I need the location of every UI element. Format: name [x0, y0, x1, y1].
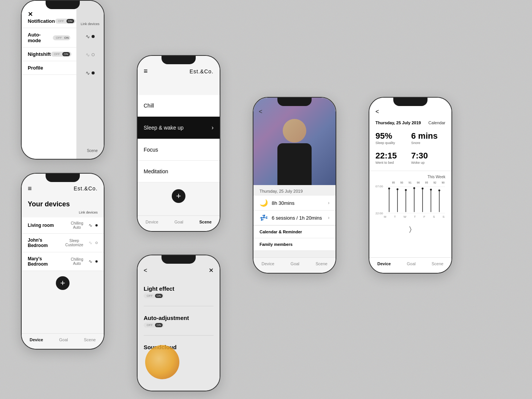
- scene-item-meditation[interactable]: Meditation: [138, 161, 220, 182]
- toggle-off: OFF: [145, 294, 154, 298]
- light-effect-toggle[interactable]: OFF ON: [144, 293, 164, 298]
- auto-adjustment-section: Auto-adjustment OFF ON: [138, 309, 220, 332]
- notch: [393, 98, 428, 106]
- sleep-quality-stat: 95% Sleep quality: [375, 129, 410, 147]
- scene-item-sleep[interactable]: Sleep & wake up ›: [138, 117, 220, 139]
- wifi-row-1: ∿: [86, 33, 95, 40]
- day-label: S: [443, 215, 445, 218]
- device-row[interactable]: Living room ChillingAuto ∿: [22, 217, 104, 234]
- profile-photo: <: [253, 98, 336, 185]
- chart-val: 93: [400, 181, 403, 184]
- divider: [144, 306, 214, 306]
- svg-point-12: [413, 187, 415, 189]
- brand-logo: Est.&Co.: [74, 185, 98, 192]
- nav-device[interactable]: Device: [377, 261, 391, 266]
- toggle-on-label: ON: [66, 19, 74, 23]
- nav-scene[interactable]: Scene: [84, 337, 96, 342]
- chart-val: 95: [392, 181, 395, 184]
- chart-day-labels: M T W T F S S: [375, 215, 445, 218]
- nightshift-toggle[interactable]: OFF ON: [51, 52, 71, 57]
- close-button[interactable]: ✕: [209, 267, 214, 274]
- add-scene-button[interactable]: +: [172, 189, 185, 203]
- phone-light-effect: < ✕ Light effect OFF ON Auto-adjustment …: [137, 255, 220, 391]
- back-button[interactable]: <: [259, 108, 262, 115]
- back-button[interactable]: <: [375, 108, 379, 115]
- light-effect-title: Light effect: [144, 285, 214, 292]
- calendar-link[interactable]: Calendar: [428, 120, 445, 125]
- device-name: Mary'sBedroom: [28, 256, 68, 267]
- arrow-icon: ›: [328, 215, 329, 220]
- date-label: Thursday, 25 July 2019: [375, 120, 421, 125]
- svg-point-11: [405, 189, 407, 191]
- menu-icon[interactable]: ≡: [28, 185, 32, 192]
- nav-scene[interactable]: Scene: [432, 261, 443, 266]
- week-title: This Week: [375, 175, 445, 179]
- y-axis-labels: 07:00 22:00: [375, 185, 385, 215]
- menu-icon[interactable]: ≡: [144, 67, 148, 75]
- svg-point-9: [388, 188, 390, 190]
- wakeup-label: Woke up: [411, 161, 445, 165]
- link-devices[interactable]: Link devices: [81, 22, 100, 26]
- play-icon[interactable]: 〉: [369, 222, 451, 236]
- stats-grid: 95% Sleep quality 6 mins Snore 22:15 Wen…: [369, 129, 451, 171]
- back-button[interactable]: <: [144, 267, 147, 274]
- device-row[interactable]: Mary'sBedroom ChillingAuto ∿: [22, 252, 104, 271]
- status-dot-empty: [92, 53, 95, 56]
- scene-item-focus[interactable]: Focus: [138, 139, 220, 161]
- nav-goal[interactable]: Goal: [407, 261, 416, 266]
- wakeup-stat: 7:30 Woke up: [411, 149, 445, 167]
- status-dot: [95, 242, 98, 244]
- snore-stat: 6 mins Snore: [411, 129, 445, 147]
- svg-point-10: [397, 188, 399, 190]
- session-stat-row[interactable]: 💤 6 sessions / 1h 20mins ›: [253, 211, 336, 225]
- chart-val: 92: [433, 181, 436, 184]
- chart-val: 91: [408, 181, 412, 184]
- arrow-icon: ›: [328, 200, 329, 206]
- nightshift-setting[interactable]: Nightshift OFF ON: [22, 48, 76, 61]
- scene-label: Chill: [144, 103, 154, 109]
- date-label: Thursday, 25 July 2019: [253, 185, 336, 196]
- device-row[interactable]: John'sBedroom SleepCustomize ∿: [22, 234, 104, 252]
- chart-val: 90: [442, 181, 445, 184]
- nav-device[interactable]: Device: [30, 337, 43, 342]
- notification-toggle[interactable]: OFF ON: [55, 19, 76, 24]
- scene-item-chill[interactable]: Chill: [138, 95, 220, 117]
- toggle-off-label: OFF: [52, 52, 62, 56]
- nightshift-label: Nightshift: [28, 51, 51, 57]
- nav-scene[interactable]: Scene: [199, 220, 211, 224]
- family-members[interactable]: Family members: [253, 238, 336, 251]
- calendar-reminder[interactable]: Calendar & Reminder: [253, 226, 336, 238]
- automode-setting[interactable]: Auto-mode OFF ON: [22, 28, 76, 48]
- toggle-off-label: OFF: [54, 36, 63, 40]
- nav-goal[interactable]: Goal: [174, 220, 183, 224]
- phone-sleep-stats: < Thursday, 25 July 2019 Calendar 95% Sl…: [369, 97, 452, 274]
- notch: [162, 56, 196, 64]
- auto-adjustment-toggle[interactable]: OFF ON: [144, 323, 164, 328]
- chart-val: 96: [417, 181, 420, 184]
- nav-device[interactable]: Device: [261, 261, 274, 266]
- svg-point-15: [439, 190, 440, 192]
- automode-toggle[interactable]: OFF ON: [53, 35, 70, 40]
- bedtime-stat: 22:15 Went to bed: [375, 149, 410, 167]
- wifi-icon: ∿: [86, 70, 90, 76]
- nav-device[interactable]: Device: [146, 220, 158, 224]
- devices-title: Your devices: [22, 196, 104, 211]
- nav-goal[interactable]: Goal: [59, 337, 68, 342]
- sleep-stat-row[interactable]: 🌙 8h 30mins ›: [253, 196, 336, 211]
- notch: [46, 174, 80, 182]
- wifi-icon: ∿: [89, 240, 92, 245]
- close-button[interactable]: ✕: [28, 11, 33, 18]
- chart-val: 95: [425, 181, 428, 184]
- sleep-quality-num: 95%: [375, 131, 410, 141]
- toggle-on: ON: [155, 323, 163, 327]
- profile-setting[interactable]: Profile: [22, 61, 76, 75]
- wifi-icon: ∿: [89, 223, 92, 228]
- phone-devices: ≡ Est.&Co. Your devices Link devices Liv…: [21, 173, 104, 350]
- add-device-button[interactable]: +: [56, 276, 70, 290]
- nav-goal[interactable]: Goal: [291, 261, 299, 266]
- link-devices[interactable]: Link devices: [22, 211, 104, 217]
- wifi-row-3: ∿: [86, 70, 95, 76]
- bedtime-label: Went to bed: [375, 161, 410, 165]
- bedtime-num: 22:15: [375, 151, 410, 161]
- nav-scene[interactable]: Scene: [315, 261, 327, 266]
